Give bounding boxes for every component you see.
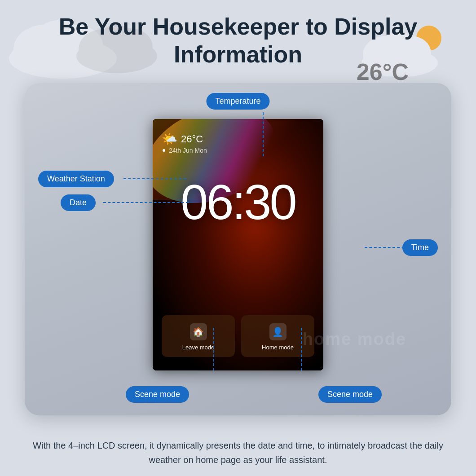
home-mode-icon: 👤 — [269, 323, 286, 340]
leave-mode-label: Leave mode — [182, 344, 215, 351]
line-temperature — [263, 112, 264, 156]
home-mode-label: Home mode — [262, 344, 294, 351]
annotation-weather-station: Weather Station — [38, 171, 114, 187]
line-weather-station — [123, 178, 186, 179]
page-title: Be Your Housekeeper to Display Informati… — [0, 13, 476, 69]
screen-temperature: 26°C — [181, 133, 203, 145]
screen-weather-info: 🌤️ 26°C — [162, 132, 203, 146]
annotation-time: Time — [402, 239, 438, 256]
home-mode-button[interactable]: 👤 Home mode — [241, 315, 314, 357]
line-scene-2 — [301, 328, 302, 370]
leave-mode-button[interactable]: 🏠 Leave mode — [162, 315, 235, 357]
annotation-scene-mode-2: Scene mode — [318, 386, 382, 403]
leave-mode-icon: 🏠 — [190, 323, 207, 340]
line-scene-1 — [213, 328, 214, 370]
annotation-temperature: Temperature — [206, 93, 269, 110]
screen-date: 24th Jun Mon — [163, 147, 207, 154]
date-dot-icon — [163, 149, 165, 152]
description-text: With the 4–inch LCD screen, it dynamical… — [25, 438, 451, 467]
annotation-date: Date — [61, 194, 96, 211]
weather-condition-icon: 🌤️ — [162, 132, 177, 146]
line-date — [103, 202, 189, 203]
device-screen: 🌤️ 26°C 24th Jun Mon 06:30 🏠 Leave mode … — [153, 119, 323, 370]
annotation-scene-mode-1: Scene mode — [126, 386, 189, 403]
screen-scene-buttons: 🏠 Leave mode 👤 Home mode — [162, 315, 314, 357]
device-card: 🌤️ 26°C 24th Jun Mon 06:30 🏠 Leave mode … — [25, 83, 451, 415]
